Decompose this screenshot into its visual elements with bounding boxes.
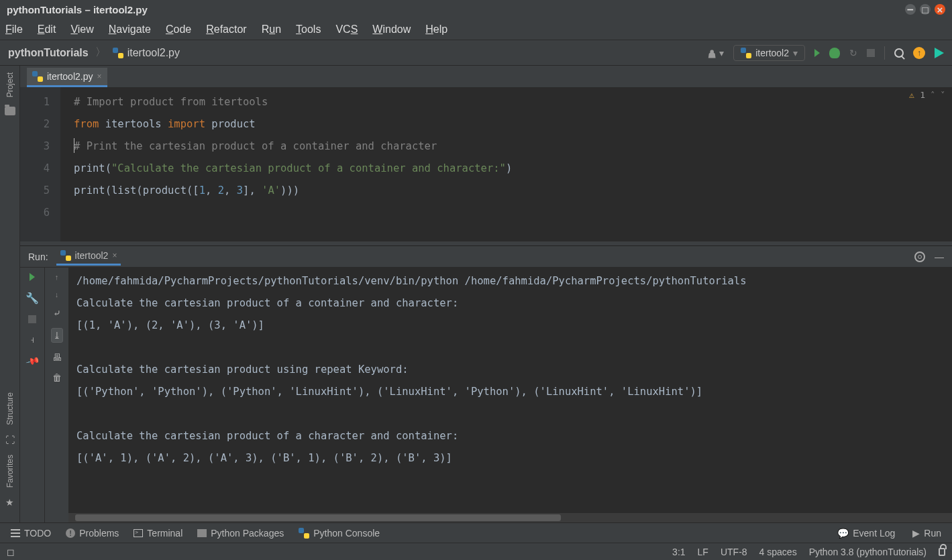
scroll-to-end-button[interactable]: ⤓ — [51, 328, 63, 343]
chevron-down-icon: ▾ — [793, 48, 798, 58]
run-tool-window: Run: itertool2 × — 🔧 ⫞ 📌 — [20, 245, 952, 522]
menu-code[interactable]: Code — [166, 23, 191, 36]
horizontal-scrollbar[interactable] — [68, 513, 952, 522]
python-interpreter[interactable]: Python 3.8 (pythonTutorials) — [809, 547, 927, 557]
maximize-button[interactable]: □ — [920, 4, 931, 15]
run-tool-button[interactable]: ▶Run — [907, 528, 947, 539]
editor-tab-label: itertool2.py — [47, 71, 93, 82]
structure-icon: ⛶ — [5, 435, 15, 445]
line-separator[interactable]: LF — [698, 547, 708, 557]
coverage-button[interactable]: ↻ — [849, 48, 857, 58]
edit-config-button[interactable]: 🔧 — [25, 292, 39, 304]
project-files-icon[interactable] — [5, 107, 15, 115]
play-icon: ▶ — [912, 528, 920, 539]
editor-tabs: itertool2.py × — [20, 66, 952, 87]
soft-wrap-button[interactable]: ⤶ — [53, 308, 61, 319]
inspection-widget[interactable]: ⚠ 1 ˄ ˅ — [909, 90, 945, 100]
sidebar-favorites[interactable]: Favorites — [5, 455, 15, 488]
scrollbar-thumb[interactable] — [75, 514, 561, 521]
close-button[interactable]: × — [935, 4, 945, 15]
indent-setting[interactable]: 4 spaces — [759, 547, 797, 557]
console-output[interactable]: /home/fahmida/PycharmProjects/pythonTuto… — [68, 268, 952, 513]
clear-all-button[interactable]: 🗑 — [52, 372, 62, 383]
menu-tools[interactable]: Tools — [296, 23, 321, 36]
add-user-icon[interactable]: ▾ — [706, 48, 724, 58]
search-icon — [894, 48, 904, 58]
titlebar: pythonTutorials – itertool2.py ‒ □ × — [0, 0, 952, 19]
layout-button[interactable]: ⫞ — [30, 334, 35, 345]
arrow-up-circle-icon: ↑ — [913, 47, 925, 59]
file-encoding[interactable]: UTF-8 — [721, 547, 747, 557]
python-file-icon — [60, 250, 71, 261]
todo-tool-button[interactable]: TODO — [5, 528, 56, 539]
menu-vcs[interactable]: VCS — [335, 23, 358, 36]
close-tab-icon[interactable]: × — [97, 72, 101, 81]
stop-button[interactable] — [867, 49, 875, 57]
pin-button[interactable]: 📌 — [25, 353, 40, 368]
run-panel-tab-label: itertool2 — [75, 250, 109, 261]
line-number-gutter: 123456 — [20, 87, 60, 241]
debug-button[interactable] — [829, 48, 840, 58]
breadcrumb-file[interactable]: itertool2.py — [127, 47, 180, 59]
run-settings-button[interactable] — [914, 251, 925, 262]
menu-window[interactable]: Window — [372, 23, 411, 36]
breadcrumb-project[interactable]: pythonTutorials — [8, 47, 89, 59]
close-run-tab-icon[interactable]: × — [112, 251, 117, 260]
warning-icon: ⚠ — [909, 90, 914, 100]
print-button[interactable]: 🖶 — [52, 352, 62, 363]
event-log-button[interactable]: 💬Event Log — [832, 528, 900, 539]
menu-help[interactable]: Help — [425, 23, 447, 36]
sidebar-project[interactable]: Project — [5, 72, 15, 97]
toolwindows-toggle-button[interactable]: ◻ — [7, 547, 15, 557]
rerun-button[interactable] — [30, 273, 35, 281]
code-editor[interactable]: 123456 # Import product from itertoolsfr… — [20, 87, 952, 241]
play-colored-icon — [935, 48, 944, 58]
ide-scripting-button[interactable] — [935, 48, 944, 58]
menubar: File Edit View Navigate Code Refactor Ru… — [0, 19, 952, 40]
python-file-icon — [113, 48, 123, 58]
search-button[interactable] — [894, 48, 904, 58]
prev-highlight-button[interactable]: ˄ — [931, 90, 935, 100]
python-console-tool-button[interactable]: Python Console — [293, 528, 385, 539]
prev-result-button[interactable]: ↑ — [55, 273, 59, 281]
update-button[interactable]: ↑ — [913, 47, 925, 59]
readonly-toggle-button[interactable] — [939, 548, 945, 556]
toolbar: pythonTutorials 〉 itertool2.py ▾ itertoo… — [0, 40, 952, 66]
run-panel-tab[interactable]: itertool2 × — [56, 247, 121, 266]
terminal-tool-button[interactable]: Terminal — [128, 528, 188, 539]
next-highlight-button[interactable]: ˅ — [941, 90, 945, 100]
minimize-button[interactable]: ‒ — [905, 4, 916, 15]
text-cursor — [74, 138, 74, 153]
chat-icon: 💬 — [837, 528, 849, 539]
sidebar-structure[interactable]: Structure — [5, 392, 15, 425]
breadcrumb[interactable]: pythonTutorials 〉 itertool2.py — [8, 46, 180, 60]
menu-file[interactable]: File — [5, 23, 23, 36]
packages-tool-button[interactable]: Python Packages — [192, 528, 289, 539]
problems-tool-button[interactable]: !Problems — [60, 528, 124, 539]
menu-edit[interactable]: Edit — [38, 23, 56, 36]
python-file-icon — [299, 528, 309, 539]
star-icon — [5, 497, 14, 508]
window-title: pythonTutorials – itertool2.py — [7, 4, 148, 15]
package-icon — [197, 529, 207, 537]
menu-refactor[interactable]: Refactor — [206, 23, 246, 36]
caret-position[interactable]: 3:1 — [672, 547, 685, 557]
lock-icon — [939, 548, 945, 556]
hide-run-panel-button[interactable]: — — [935, 251, 944, 262]
error-icon: ! — [66, 528, 75, 538]
run-button[interactable] — [814, 49, 820, 57]
menu-navigate[interactable]: Navigate — [109, 23, 151, 36]
run-config-selector[interactable]: itertool2 ▾ — [733, 45, 805, 61]
python-file-icon — [32, 71, 43, 82]
menu-view[interactable]: View — [70, 23, 93, 36]
next-result-button[interactable]: ↓ — [55, 290, 59, 298]
terminal-icon — [134, 529, 143, 537]
stop-run-button[interactable] — [28, 315, 36, 323]
bottom-tool-buttons: TODO !Problems Terminal Python Packages … — [0, 522, 952, 543]
run-controls-left: 🔧 ⫞ 📌 — [20, 268, 44, 522]
editor-tab-active[interactable]: itertool2.py × — [27, 68, 107, 87]
run-config-name: itertool2 — [755, 48, 789, 58]
code-content[interactable]: # Import product from itertoolsfrom iter… — [60, 87, 952, 241]
menu-run[interactable]: Run — [262, 23, 281, 36]
left-tool-gutter: Project Structure ⛶ Favorites — [0, 66, 20, 522]
